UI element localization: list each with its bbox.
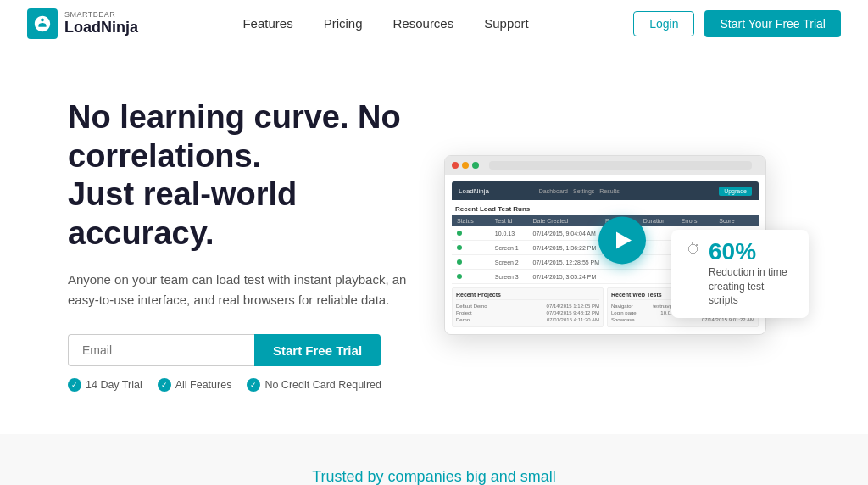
hero-form: Start Free Trial (68, 334, 444, 366)
mock-app-header: LoadNinja Dashboard Settings Results Upg… (452, 181, 759, 200)
mock-col-testid: Test Id (495, 218, 530, 224)
logo-text: SMARTBEAR LoadNinja (64, 11, 138, 36)
minimize-dot (462, 162, 469, 169)
nav-resources[interactable]: Resources (393, 16, 454, 31)
hero-subtext: Anyone on your team can load test with i… (68, 270, 407, 310)
headline-line1: No learning curve. No correlations. (68, 99, 401, 174)
badge-no-cc: ✓ No Credit Card Required (247, 378, 381, 392)
mock-upgrade-btn: Upgrade (719, 187, 752, 196)
mock-col-duration: Duration (643, 218, 678, 224)
nav-trial-button[interactable]: Start Your Free Trial (704, 10, 841, 37)
badge-trial-text: 14 Day Trial (86, 379, 142, 391)
hero-right: LoadNinja Dashboard Settings Results Upg… (444, 155, 800, 335)
mock-panel-row: Demo 07/01/2015 4:11:20 AM (456, 316, 599, 323)
hero-section: No learning curve. No correlations. Just… (0, 47, 868, 434)
trusted-section: Trusted by companies big and small CORNE… (0, 434, 868, 485)
mock-col-score: Score (719, 218, 754, 224)
mock-col-errors: Errors (682, 218, 716, 224)
hero-badges: ✓ 14 Day Trial ✓ All Features ✓ No Credi… (68, 378, 444, 392)
mock-table-title: Recent Load Test Runs (452, 203, 759, 215)
nav-support[interactable]: Support (484, 16, 529, 31)
check-icon-2: ✓ (158, 378, 171, 392)
ninja-icon (33, 14, 52, 33)
logo-icon (27, 8, 58, 39)
maximize-dot (472, 162, 479, 169)
stat-badge: ⏱ 60% Reduction in time creating test sc… (671, 230, 809, 318)
headline-line2: Just real-world accuracy. (68, 176, 297, 251)
badge-features: ✓ All Features (158, 378, 232, 392)
nav-actions: Login Start Your Free Trial (633, 10, 841, 37)
play-icon (616, 232, 632, 249)
nav-links: Features Pricing Resources Support (242, 16, 528, 31)
mock-projects-title: Recent Projects (456, 292, 599, 300)
email-input[interactable] (68, 334, 254, 366)
check-icon-1: ✓ (68, 378, 81, 392)
badge-features-text: All Features (175, 379, 232, 391)
mock-projects-panel: Recent Projects Default Demo 07/14/2015 … (452, 287, 604, 327)
badge-no-cc-text: No Credit Card Required (264, 379, 381, 391)
mock-col-status: Status (457, 218, 492, 224)
clock-icon: ⏱ (687, 242, 700, 257)
stat-content: 60% Reduction in time creating test scri… (709, 240, 793, 308)
stat-description: Reduction in time creating test scripts (709, 265, 793, 308)
stat-number: 60% (709, 240, 793, 264)
navigation: SMARTBEAR LoadNinja Features Pricing Res… (0, 0, 868, 47)
product-name: LoadNinja (64, 20, 138, 36)
start-trial-button[interactable]: Start Free Trial (254, 334, 381, 366)
mock-col-date: Date Created (533, 218, 603, 224)
hero-headline: No learning curve. No correlations. Just… (68, 98, 444, 253)
logo[interactable]: SMARTBEAR LoadNinja (27, 8, 138, 39)
nav-features[interactable]: Features (242, 16, 292, 31)
badge-trial: ✓ 14 Day Trial (68, 378, 142, 392)
mock-app-title: LoadNinja (459, 187, 489, 195)
nav-pricing[interactable]: Pricing (324, 16, 363, 31)
mock-panel-row: Default Demo 07/14/2015 1:12:05 PM (456, 303, 599, 309)
hero-left: No learning curve. No correlations. Just… (68, 98, 444, 392)
trusted-title: Trusted by companies big and small (68, 468, 800, 485)
check-icon-3: ✓ (247, 378, 260, 392)
play-button[interactable] (598, 217, 646, 265)
mock-window-bar (445, 156, 765, 175)
close-dot (452, 162, 459, 169)
login-button[interactable]: Login (633, 11, 694, 36)
mock-panel-row: Project 07/04/2015 9:48:12 PM (456, 309, 599, 316)
